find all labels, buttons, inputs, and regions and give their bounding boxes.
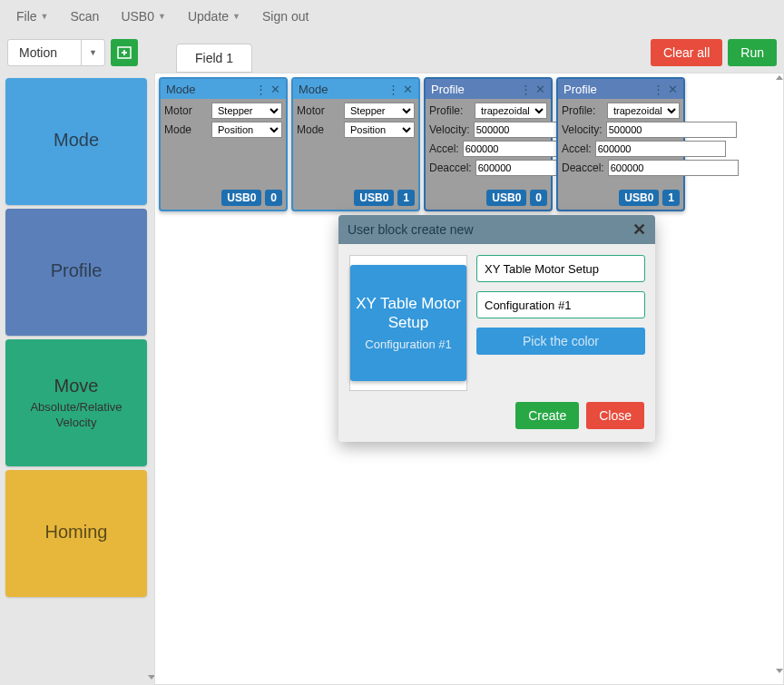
- add-block-button[interactable]: [111, 39, 138, 66]
- close-icon[interactable]: ✕: [403, 83, 413, 96]
- palette-block-mode[interactable]: Mode: [5, 78, 147, 205]
- chevron-down-icon: ▼: [158, 12, 166, 21]
- port-badge: USB0: [486, 190, 526, 206]
- block-title: Profile: [431, 83, 465, 96]
- preview-block-title: XY Table Motor Setup: [354, 295, 463, 332]
- port-badge: USB0: [619, 190, 659, 206]
- block-title: Mode: [299, 83, 328, 96]
- profile-label: Profile:: [562, 104, 603, 117]
- block-header: Profile ⋮ ✕: [426, 79, 551, 99]
- modal-form: Pick the color: [476, 255, 645, 391]
- menu-scan[interactable]: Scan: [63, 4, 106, 29]
- accel-label: Accel:: [562, 142, 592, 155]
- mode-label: Mode: [164, 123, 208, 136]
- palette-block-profile[interactable]: Profile: [5, 209, 147, 336]
- workflow-blocks-row: Mode ⋮ ✕ Motor Stepper Mode Position: [155, 73, 783, 215]
- profile-label: Profile:: [429, 104, 471, 117]
- velocity-label: Velocity:: [429, 123, 470, 136]
- palette-block-title: Homing: [45, 522, 108, 543]
- block-footer: USB0 1: [293, 186, 418, 210]
- block-footer: USB0 1: [558, 186, 683, 210]
- more-icon[interactable]: ⋮: [387, 83, 399, 96]
- deaccel-label: Deaccel:: [562, 161, 604, 174]
- close-icon[interactable]: ✕: [535, 83, 545, 96]
- preview-box: XY Table Motor Setup Configuration #1: [349, 255, 467, 391]
- index-badge: 1: [397, 190, 415, 206]
- run-button[interactable]: Run: [728, 39, 777, 66]
- close-button[interactable]: Close: [586, 402, 644, 429]
- accel-label: Accel:: [429, 142, 459, 155]
- deaccel-input[interactable]: [608, 160, 739, 176]
- mode-select[interactable]: Position: [211, 122, 282, 138]
- mode-select[interactable]: Position: [344, 122, 415, 138]
- menubar: File ▼ Scan USB0 ▼ Update ▼ Sign out: [0, 0, 784, 33]
- menu-file-label: File: [16, 9, 37, 24]
- block-body: Motor Stepper Mode Position: [161, 99, 286, 186]
- menu-signout[interactable]: Sign out: [255, 4, 316, 29]
- motor-select[interactable]: Stepper: [344, 103, 415, 119]
- palette-block-move[interactable]: Move Absolute/Relative Velocity: [5, 339, 147, 466]
- index-badge: 0: [265, 190, 282, 206]
- port-badge: USB0: [221, 190, 261, 206]
- port-badge: USB0: [354, 190, 394, 206]
- tab-field1-label: Field 1: [195, 51, 233, 65]
- user-block-create-modal: User block create new ✕ XY Table Motor S…: [338, 215, 655, 442]
- more-icon[interactable]: ⋮: [652, 83, 664, 96]
- more-icon[interactable]: ⋮: [255, 83, 267, 96]
- block-header: Mode ⋮ ✕: [293, 79, 418, 99]
- category-dropdown[interactable]: Motion ▼: [7, 39, 105, 66]
- chevron-down-icon: ▼: [41, 12, 49, 21]
- motor-select[interactable]: Stepper: [211, 103, 282, 119]
- palette-block-subtitle: Absolute/Relative Velocity: [9, 400, 143, 431]
- category-dropdown-label: Motion: [8, 45, 81, 60]
- workflow-block-profile[interactable]: Profile ⋮ ✕ Profile: trapezoidal Velocit…: [556, 77, 685, 211]
- accel-input[interactable]: [595, 141, 726, 157]
- block-footer: USB0 0: [426, 186, 551, 210]
- menu-file[interactable]: File ▼: [9, 4, 55, 29]
- pick-color-button[interactable]: Pick the color: [476, 328, 645, 355]
- toolbar: Motion ▼ Field 1 Clear all Run: [0, 33, 784, 73]
- close-icon[interactable]: ✕: [668, 83, 678, 96]
- chevron-down-icon: ▼: [232, 12, 240, 21]
- palette-scrollbar[interactable]: [146, 78, 154, 680]
- create-button[interactable]: Create: [515, 402, 579, 429]
- modal-body: XY Table Motor Setup Configuration #1 Pi…: [338, 244, 655, 402]
- preview-block-subtitle: Configuration #1: [365, 338, 451, 351]
- block-body: Profile: trapezoidal Velocity: Accel: De…: [426, 99, 551, 186]
- motor-label: Motor: [297, 104, 340, 117]
- block-desc-input[interactable]: [476, 291, 645, 318]
- block-body: Motor Stepper Mode Position: [293, 99, 418, 186]
- close-icon[interactable]: ✕: [632, 220, 646, 240]
- clear-all-button[interactable]: Clear all: [651, 39, 722, 66]
- workflow-block-profile[interactable]: Profile ⋮ ✕ Profile: trapezoidal Velocit…: [424, 77, 553, 211]
- chevron-down-icon: ▼: [81, 40, 104, 65]
- workflow-block-mode[interactable]: Mode ⋮ ✕ Motor Stepper Mode Position: [159, 77, 288, 211]
- close-icon[interactable]: ✕: [270, 83, 280, 96]
- modal-footer: Create Close: [338, 402, 655, 442]
- mode-label: Mode: [297, 123, 340, 136]
- profile-select[interactable]: trapezoidal: [475, 103, 547, 119]
- menu-signout-label: Sign out: [262, 9, 309, 24]
- block-name-input[interactable]: [476, 255, 645, 282]
- menu-usb0-label: USB0: [121, 9, 154, 24]
- canvas-scrollbar[interactable]: [774, 73, 783, 675]
- workflow-block-mode[interactable]: Mode ⋮ ✕ Motor Stepper Mode Position: [291, 77, 420, 211]
- velocity-input[interactable]: [606, 122, 737, 138]
- add-sheet-icon: [117, 45, 132, 60]
- more-icon[interactable]: ⋮: [520, 83, 532, 96]
- palette-block-title: Profile: [51, 260, 103, 281]
- palette-block-homing[interactable]: Homing: [5, 470, 147, 597]
- menu-usb0[interactable]: USB0 ▼: [113, 4, 173, 29]
- pick-color-label: Pick the color: [523, 334, 599, 348]
- modal-title: User block create new: [348, 222, 474, 237]
- menu-scan-label: Scan: [70, 9, 99, 24]
- index-badge: 0: [530, 190, 547, 206]
- motor-label: Motor: [164, 104, 208, 117]
- menu-update[interactable]: Update ▼: [181, 4, 248, 29]
- block-header: Mode ⋮ ✕: [161, 79, 286, 99]
- block-header: Profile ⋮ ✕: [558, 79, 683, 99]
- palette-block-title: Mode: [54, 130, 99, 151]
- profile-select[interactable]: trapezoidal: [607, 103, 680, 119]
- tab-field1[interactable]: Field 1: [176, 44, 252, 73]
- preview-block: XY Table Motor Setup Configuration #1: [350, 265, 466, 381]
